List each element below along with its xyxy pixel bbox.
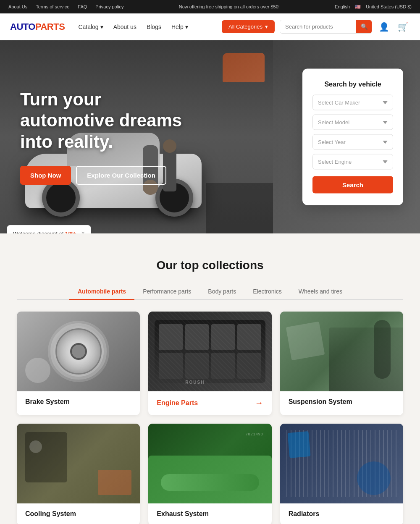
- card-radiators[interactable]: Radiators: [280, 424, 403, 524]
- car-maker-select[interactable]: Select Car Maker: [312, 95, 393, 110]
- cooling-image: [17, 424, 140, 503]
- search-icon: 🔍: [361, 24, 368, 30]
- cooling-card-body: Cooling System: [17, 503, 140, 524]
- suspension-card-body: Suspension System: [280, 391, 403, 413]
- chevron-down-icon: ▾: [265, 24, 268, 30]
- header-right: All Categories ▾ 🔍 👤 🛒: [222, 20, 410, 34]
- hero-buttons: Shop Now Explore Our Collection: [20, 166, 197, 185]
- radiators-title: Radiators: [289, 510, 320, 518]
- suspension-image: [280, 312, 403, 391]
- region-selector[interactable]: United States (USD $): [366, 4, 412, 9]
- topbar-tos[interactable]: Terms of service: [36, 4, 69, 9]
- car-model-select[interactable]: Select Model: [312, 115, 393, 130]
- search-submit-button[interactable]: 🔍: [356, 20, 372, 33]
- categories-button[interactable]: All Categories ▾: [222, 20, 275, 33]
- cart-icon: 🛒: [398, 22, 408, 31]
- hero-content: Turn your automotive dreams into reality…: [20, 89, 197, 185]
- exhaust-card-body: Exhaust System: [148, 503, 271, 524]
- search-input[interactable]: [280, 20, 356, 33]
- logo-parts: PARTS: [35, 21, 65, 32]
- suspension-system-title: Suspension System: [289, 398, 352, 406]
- nav-help[interactable]: Help ▾: [171, 24, 188, 30]
- account-button[interactable]: 👤: [377, 20, 391, 34]
- collections-section: Our top collections Automobile parts Per…: [0, 233, 420, 524]
- card-engine-parts[interactable]: ROUSH Engine Parts →: [148, 312, 271, 415]
- topbar-about[interactable]: About Us: [8, 4, 27, 9]
- engine-card-body: Engine Parts →: [148, 391, 271, 415]
- hero-title: Turn your automotive dreams into reality…: [20, 89, 197, 152]
- tab-performance-parts[interactable]: Performance parts: [134, 284, 200, 300]
- topbar-links: About Us Terms of service FAQ Privacy po…: [8, 4, 124, 9]
- vehicle-search-title: Search by vehicle: [312, 81, 393, 88]
- search-bar: 🔍: [280, 20, 372, 34]
- card-cooling-system[interactable]: Cooling System: [17, 424, 140, 524]
- topbar-region: English 🇺🇸 United States (USD $): [335, 4, 412, 10]
- collections-grid: Brake System ROUSH Engine: [17, 312, 403, 524]
- brake-card-body: Brake System: [17, 391, 140, 413]
- discount-close-button[interactable]: ×: [81, 230, 85, 233]
- tab-automobile-parts[interactable]: Automobile parts: [69, 284, 134, 300]
- engine-parts-image: ROUSH: [148, 312, 271, 391]
- shop-now-button[interactable]: Shop Now: [20, 166, 71, 185]
- discount-badge: Welcome discount of 10% ×: [7, 225, 91, 233]
- engine-parts-title: Engine Parts: [157, 399, 198, 407]
- flag-icon: 🇺🇸: [355, 4, 361, 10]
- collection-tabs: Automobile parts Performance parts Body …: [17, 284, 403, 300]
- tab-body-parts[interactable]: Body parts: [200, 284, 244, 300]
- nav-blogs[interactable]: Blogs: [147, 24, 161, 30]
- topbar-privacy[interactable]: Privacy policy: [95, 4, 123, 9]
- engine-parts-arrow: →: [255, 398, 263, 408]
- card-exhaust-system[interactable]: 7821490 Exhaust System: [148, 424, 271, 524]
- vehicle-search-widget: Search by vehicle Select Car Maker Selec…: [302, 69, 403, 205]
- nav-catalog[interactable]: Catalog ▾: [78, 24, 103, 30]
- discount-text: Welcome discount of 10%: [13, 231, 76, 234]
- topbar: About Us Terms of service FAQ Privacy po…: [0, 0, 420, 13]
- radiators-card-body: Radiators: [280, 503, 403, 524]
- chevron-down-icon: ▾: [185, 24, 188, 30]
- logo-auto: AUTO: [10, 21, 35, 32]
- exhaust-image: 7821490: [148, 424, 271, 503]
- vehicle-search-button[interactable]: Search: [312, 176, 393, 194]
- radiators-image: [280, 424, 403, 503]
- tab-wheels-tires[interactable]: Wheels and tires: [290, 284, 351, 300]
- topbar-faq[interactable]: FAQ: [78, 4, 87, 9]
- topbar-promo: Now offering free shipping on all orders…: [179, 4, 280, 9]
- collections-title: Our top collections: [17, 259, 403, 272]
- car-engine-select[interactable]: Select Engine: [312, 154, 393, 170]
- cooling-system-title: Cooling System: [25, 510, 76, 518]
- main-nav: Catalog ▾ About us Blogs Help ▾: [78, 24, 222, 30]
- car-year-select[interactable]: Select Year: [312, 134, 393, 150]
- brake-system-image: [17, 312, 140, 391]
- user-icon: 👤: [379, 22, 389, 31]
- nav-about[interactable]: About us: [113, 24, 136, 30]
- cart-button[interactable]: 🛒: [396, 20, 410, 34]
- tab-electronics[interactable]: Electronics: [244, 284, 290, 300]
- chevron-down-icon: ▾: [100, 24, 103, 30]
- brake-system-title: Brake System: [25, 398, 70, 406]
- card-brake-system[interactable]: Brake System: [17, 312, 140, 415]
- logo[interactable]: AUTOPARTS: [10, 21, 65, 32]
- language-selector[interactable]: English: [335, 4, 350, 9]
- header: AUTOPARTS Catalog ▾ About us Blogs Help …: [0, 13, 420, 40]
- explore-collection-button[interactable]: Explore Our Collection: [76, 166, 166, 185]
- hero-section: Turn your automotive dreams into reality…: [0, 40, 420, 233]
- discount-percent: 10%: [65, 231, 76, 234]
- card-suspension-system[interactable]: Suspension System: [280, 312, 403, 415]
- exhaust-system-title: Exhaust System: [157, 510, 209, 518]
